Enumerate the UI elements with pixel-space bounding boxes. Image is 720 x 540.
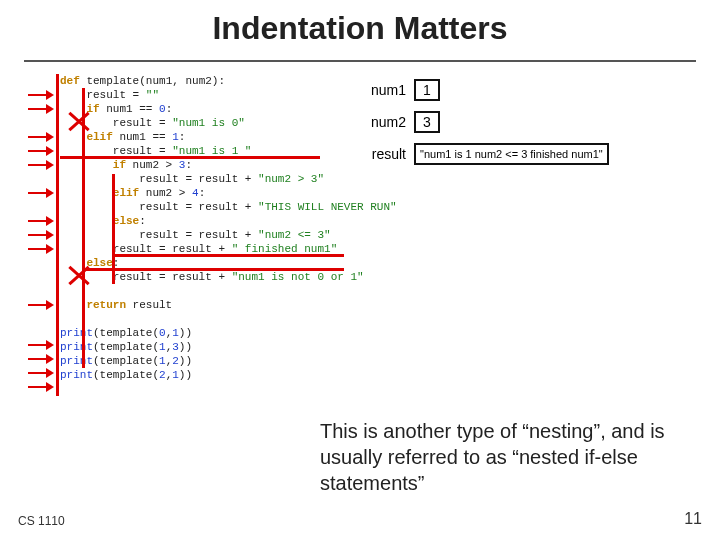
code-line: def template(num1, num2): xyxy=(60,74,397,88)
x-mark-icon xyxy=(68,264,90,286)
title-rule xyxy=(24,60,696,62)
code-line: if num2 > 3: xyxy=(60,158,397,172)
arrow-icon xyxy=(28,244,54,254)
code-line: return result xyxy=(60,298,397,312)
var-row-result: result "num1 is 1 num2 <= 3 finished num… xyxy=(360,140,609,168)
var-name: result xyxy=(360,146,414,162)
var-value: "num1 is 1 num2 <= 3 finished num1" xyxy=(414,143,609,165)
arrow-icon xyxy=(28,146,54,156)
var-row-num1: num1 1 xyxy=(360,76,609,104)
arrow-icon xyxy=(28,354,54,364)
underline xyxy=(114,254,344,257)
slide: Indentation Matters def template(num1, n… xyxy=(0,0,720,540)
underline xyxy=(86,268,344,271)
arrow-icon xyxy=(28,132,54,142)
arrow-icon xyxy=(28,104,54,114)
indent-bar-1 xyxy=(56,74,59,396)
code-line xyxy=(60,312,397,326)
code-line: result = result + "num1 is not 0 or 1" xyxy=(60,270,397,284)
var-row-num2: num2 3 xyxy=(360,108,609,136)
code-line: print(template(1,3)) xyxy=(60,340,397,354)
code-line: elif num2 > 4: xyxy=(60,186,397,200)
var-value: 1 xyxy=(414,79,440,101)
arrow-icon xyxy=(28,368,54,378)
variable-table: num1 1 num2 3 result "num1 is 1 num2 <= … xyxy=(360,76,609,172)
arrow-icon xyxy=(28,216,54,226)
code-line: result = "num1 is 0" xyxy=(60,116,397,130)
slide-title: Indentation Matters xyxy=(0,10,720,47)
code-line: print(template(0,1)) xyxy=(60,326,397,340)
footer-page: 11 xyxy=(684,510,702,528)
arrow-icon xyxy=(28,160,54,170)
var-name: num2 xyxy=(360,114,414,130)
arrow-icon xyxy=(28,90,54,100)
arrow-icon xyxy=(28,230,54,240)
code-block: def template(num1, num2): result = "" if… xyxy=(60,74,397,382)
code-line: print(template(2,1)) xyxy=(60,368,397,382)
code-line: if num1 == 0: xyxy=(60,102,397,116)
code-line: else: xyxy=(60,214,397,228)
code-line: print(template(1,2)) xyxy=(60,354,397,368)
code-line: result = "" xyxy=(60,88,397,102)
arrow-icon xyxy=(28,340,54,350)
arrow-icon xyxy=(28,382,54,392)
underline xyxy=(60,156,320,159)
code-line xyxy=(60,284,397,298)
var-name: num1 xyxy=(360,82,414,98)
arrow-icon xyxy=(28,300,54,310)
code-line: result = result + "num2 <= 3" xyxy=(60,228,397,242)
code-line: result = result + "THIS WILL NEVER RUN" xyxy=(60,200,397,214)
var-value: 3 xyxy=(414,111,440,133)
arrow-icon xyxy=(28,188,54,198)
x-mark-icon xyxy=(68,110,90,132)
code-line: result = result + "num2 > 3" xyxy=(60,172,397,186)
footer-course: CS 1110 xyxy=(18,514,65,528)
code-line: elif num1 == 1: xyxy=(60,130,397,144)
nesting-note: This is another type of “nesting”, and i… xyxy=(320,418,690,496)
